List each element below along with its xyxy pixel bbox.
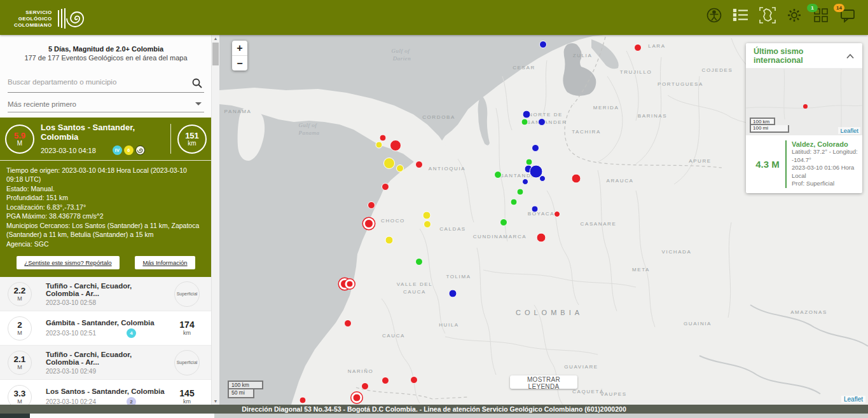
scale-mi: 50 mi	[228, 389, 254, 398]
filter-summary-title: 5 Días, Magnitud de 2.0+ Colombia	[13, 45, 199, 53]
international-mini-map[interactable]: 100 km 100 mi Leaflet	[746, 69, 862, 135]
event-list-button[interactable]	[732, 8, 750, 25]
earthquake-marker[interactable]	[364, 219, 373, 228]
earthquake-marker[interactable]	[500, 219, 507, 226]
scroll-up-icon[interactable]: ▲	[212, 35, 219, 42]
earthquake-marker[interactable]	[521, 119, 528, 126]
earthquake-marker[interactable]	[382, 377, 389, 384]
search-input[interactable]	[8, 76, 186, 88]
zoom-out-button[interactable]: −	[232, 56, 247, 71]
international-panel-title: Último sismo internacional	[754, 47, 846, 65]
event-right: 145km	[165, 389, 209, 405]
scroll-down-icon[interactable]: ▼	[212, 398, 219, 405]
earthquake-marker[interactable]	[572, 174, 581, 184]
event-datetime: 2023-03-10 02:51	[46, 330, 96, 337]
map-label: Panama	[299, 130, 320, 136]
earthquake-marker[interactable]	[494, 171, 502, 179]
settings-button[interactable]	[785, 8, 803, 25]
map-label: Gulf of	[392, 48, 410, 54]
earthquake-marker[interactable]	[344, 320, 352, 327]
earthquake-marker[interactable]	[517, 189, 524, 196]
event-title: Tufiño - Carchi, Ecuador, Colombia - Ar.…	[46, 282, 165, 297]
selected-event-datetime: 2023-03-10 04:18	[41, 147, 96, 154]
top-bar: SERVICIO GEOLÓGICO COLOMBIANO	[0, 0, 868, 35]
horizontal-scrollbar-thumb[interactable]	[30, 414, 214, 418]
earthquake-marker[interactable]	[634, 44, 642, 51]
earthquake-marker[interactable]	[382, 183, 389, 191]
sort-select[interactable]: Más reciente primero	[8, 97, 204, 112]
earthquake-marker[interactable]	[537, 233, 546, 243]
mini-leaflet-attribution[interactable]: Leaflet	[838, 127, 860, 134]
earthquake-marker[interactable]	[539, 175, 546, 182]
earthquake-marker[interactable]	[300, 397, 307, 404]
notifications-button[interactable]: 14	[839, 8, 857, 25]
earthquake-marker[interactable]	[538, 118, 546, 126]
international-quake-panel: Último sismo internacional 100 km 100 mi	[746, 43, 862, 193]
earthquake-marker[interactable]	[385, 236, 394, 245]
earthquake-marker[interactable]	[522, 179, 528, 185]
event-title: Los Santos - Santander, Colombia	[46, 388, 165, 395]
map-label: GUAINIA	[684, 321, 712, 327]
colombia-map-button[interactable]	[759, 8, 776, 25]
earthquake-marker[interactable]	[449, 290, 457, 298]
event-list-item[interactable]: 3.3M Los Santos - Santander, Colombia 20…	[0, 380, 212, 405]
event-right: 174km	[165, 320, 209, 336]
earthquake-marker[interactable]	[376, 142, 383, 149]
map-label: CAUCA	[382, 333, 405, 339]
sidebar-scrollbar[interactable]: ▲ ▼	[211, 35, 219, 405]
earthquake-marker[interactable]	[532, 144, 539, 152]
sort-select-value: Más reciente primero	[8, 100, 76, 108]
leaflet-attribution[interactable]: Leaflet	[841, 396, 865, 403]
earthquake-marker[interactable]	[353, 394, 361, 402]
show-legend-button[interactable]: MOSTRAR LEYENDA	[510, 375, 577, 389]
international-event-info[interactable]: 4.3 M Valdez, Colorado Latitud: 37.2° - …	[746, 135, 862, 193]
earthquake-marker[interactable]	[415, 161, 423, 168]
earthquake-marker[interactable]	[532, 206, 539, 213]
international-datetime: 2023-03-10 01:06 Hora Local	[792, 164, 858, 180]
scrollbar-thumb[interactable]	[212, 43, 219, 65]
event-datetime: 2023-03-10 02:24	[46, 398, 96, 405]
more-info-button[interactable]: Más Información	[135, 256, 195, 269]
event-list-item[interactable]: 2M Gámbita - Santander, Colombia 2023-03…	[0, 311, 212, 346]
accessibility-button[interactable]	[705, 8, 723, 25]
earthquake-marker[interactable]	[410, 376, 418, 384]
selected-event-card[interactable]: 5.9 M Los Santos - Santander, Colombia 2…	[0, 118, 212, 277]
event-main: Los Santos - Santander, Colombia 2023-03…	[32, 388, 165, 405]
map-label: AMAZONAS	[790, 309, 827, 315]
earthquake-marker[interactable]	[347, 281, 354, 288]
earthquake-marker[interactable]	[396, 165, 404, 172]
earthquake-marker[interactable]	[368, 201, 375, 209]
selected-event-main: Los Santos - Santander, Colombia 2023-03…	[34, 123, 169, 155]
selected-event-header: 5.9 M Los Santos - Santander, Colombia 2…	[0, 118, 212, 161]
earthquake-marker[interactable]	[415, 258, 423, 266]
depth-label-circle: Superficial	[174, 281, 200, 307]
map-label: HUILA	[439, 322, 459, 328]
map-label: COLOMBIA	[516, 309, 583, 316]
earthquake-marker[interactable]	[380, 135, 387, 142]
earthquake-marker[interactable]	[511, 199, 518, 206]
earthquake-marker[interactable]	[539, 41, 547, 48]
magnitude-value: 5.9	[14, 131, 25, 140]
map-label: META	[632, 267, 650, 273]
earthquake-marker[interactable]	[554, 211, 560, 217]
chevron-up-icon[interactable]	[846, 50, 855, 62]
earthquake-marker[interactable]	[361, 382, 369, 390]
apps-button[interactable]: 1	[812, 8, 830, 25]
event-list-item[interactable]: 2.1M Tufiño - Carchi, Ecuador, Colombia …	[0, 346, 212, 380]
detail-line: Municipios Cercanos: Los Santos (Santand…	[6, 221, 205, 239]
earthquake-marker[interactable]	[423, 212, 431, 220]
international-quake-marker[interactable]	[803, 104, 808, 109]
international-panel-header[interactable]: Último sismo internacional	[746, 43, 862, 69]
horizontal-scrollbar[interactable]	[0, 414, 868, 418]
earthquake-marker[interactable]	[390, 140, 401, 151]
event-list-item[interactable]: 2.2M Tufiño - Carchi, Ecuador, Colombia …	[0, 277, 212, 311]
earthquake-marker[interactable]	[424, 220, 431, 228]
earthquake-marker[interactable]	[523, 111, 531, 119]
search-icon[interactable]	[191, 78, 203, 91]
detail-line: Profundidad: 151 km	[6, 193, 205, 202]
report-felt-button[interactable]: ¿Sentiste este sismo? Repórtalo	[17, 256, 119, 269]
earthquake-marker[interactable]	[383, 158, 395, 169]
map-label: Gulf of	[299, 122, 317, 128]
selected-event-details: Tiempo de origen: 2023-03-10 04:18 Hora …	[0, 161, 212, 251]
zoom-in-button[interactable]: +	[232, 41, 247, 56]
